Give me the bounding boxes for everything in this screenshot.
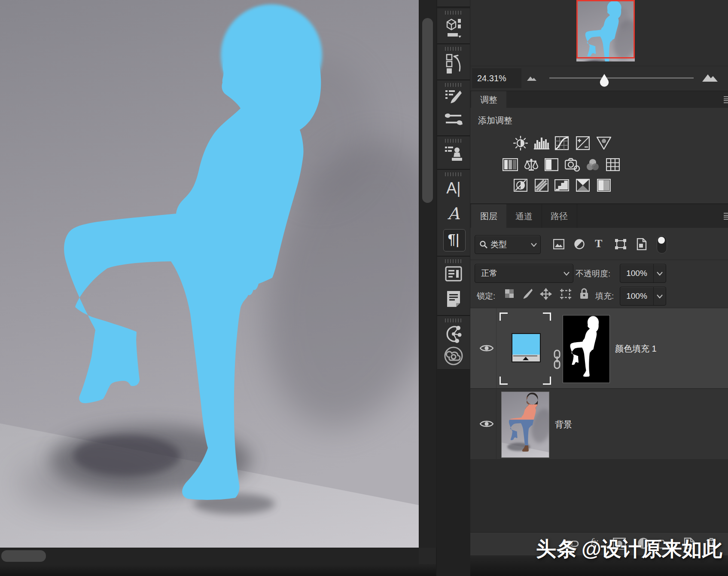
black-white-icon[interactable]: [545, 158, 558, 171]
blend-mode-dropdown[interactable]: 正常: [475, 264, 573, 283]
levels-icon[interactable]: [534, 137, 549, 150]
filter-kind-label: 类型: [490, 239, 507, 250]
brush-settings-icon[interactable]: [445, 89, 463, 106]
tab-layers-label: 图层: [480, 211, 497, 222]
panel-group-brushes: [437, 80, 470, 136]
canvas-image-color-fill-preview: [0, 0, 419, 548]
navigator-thumbnail[interactable]: [576, 0, 635, 61]
creative-cloud-icon[interactable]: [444, 346, 463, 366]
mask-link-icon[interactable]: [553, 349, 561, 369]
tab-paths-label: 路径: [551, 211, 568, 222]
color-fill-thumbnail[interactable]: [512, 333, 541, 355]
tab-adjustments-label: 调整: [480, 94, 497, 106]
filter-shape-icon[interactable]: [615, 239, 626, 249]
layer-mask-thumbnail[interactable]: [563, 315, 610, 383]
opacity-value-box[interactable]: 100%: [620, 264, 666, 283]
filter-adjustment-icon[interactable]: [574, 239, 585, 249]
vibrance-icon[interactable]: [597, 137, 611, 150]
zoom-in-mountain-icon[interactable]: [702, 73, 718, 82]
canvas-vertical-scrollbar-thumb[interactable]: [422, 18, 433, 203]
layers-list-empty-area: [470, 459, 728, 532]
tab-paths[interactable]: 路径: [542, 204, 577, 228]
curves-icon[interactable]: [554, 136, 569, 150]
hue-saturation-icon[interactable]: [503, 158, 518, 171]
filter-smart-object-icon[interactable]: [637, 238, 647, 250]
scrollbar-corner: [419, 548, 436, 564]
panel-grip: [445, 139, 462, 143]
brightness-contrast-icon[interactable]: [513, 136, 528, 150]
canvas-horizontal-scrollbar-thumb[interactable]: [1, 550, 46, 562]
opacity-label: 不透明度:: [576, 268, 610, 279]
paragraph-panel-icon[interactable]: ¶|: [448, 231, 459, 248]
panel-group-history[interactable]: [437, 44, 470, 80]
libraries-icon[interactable]: [444, 325, 463, 343]
paragraph-styles-icon[interactable]: [445, 290, 462, 308]
brushes-icon[interactable]: [444, 111, 463, 128]
panel-group-libraries: [437, 316, 470, 370]
layer-row-color-fill[interactable]: 颜色填充 1: [470, 308, 728, 388]
filter-toggle-switch[interactable]: [657, 236, 667, 254]
character-panel-icon[interactable]: A|: [446, 179, 460, 197]
panel-grip: [445, 47, 462, 51]
posterize-icon[interactable]: [535, 179, 548, 192]
lock-pixels-icon[interactable]: [521, 288, 533, 300]
zoom-out-mountain-icon[interactable]: [527, 76, 536, 81]
panel-menu-icon[interactable]: [724, 96, 728, 103]
visibility-eye-icon[interactable]: [480, 343, 493, 353]
glyphs-panel-icon[interactable]: A: [448, 204, 459, 223]
3d-materials-icon[interactable]: [445, 17, 462, 39]
clone-source-icon[interactable]: [444, 145, 463, 164]
layer-filter-kind-dropdown[interactable]: 类型: [475, 235, 541, 254]
background-layer-thumbnail[interactable]: [501, 392, 549, 458]
visibility-eye-icon[interactable]: [480, 419, 493, 429]
chevron-down-icon: [564, 272, 570, 276]
panel-group-3d[interactable]: [437, 8, 470, 44]
filter-type-icon[interactable]: T: [595, 237, 602, 250]
adjustments-tabbar: 调整: [470, 91, 728, 109]
layer-name[interactable]: 颜色填充 1: [615, 343, 657, 355]
fill-value-box[interactable]: 100%: [620, 287, 666, 306]
color-balance-icon[interactable]: [524, 158, 539, 172]
panel-group-styles: [437, 256, 470, 316]
panel-group-clone-source[interactable]: [437, 136, 470, 169]
panel-grip: [445, 172, 462, 176]
fill-thumbnail-selection[interactable]: [500, 313, 551, 385]
photo-filter-icon[interactable]: [565, 158, 580, 172]
threshold-icon[interactable]: [554, 179, 569, 191]
navigator-zoom-field[interactable]: 24.31%: [472, 68, 521, 88]
canvas-horizontal-scrollbar[interactable]: [0, 548, 419, 564]
exposure-icon[interactable]: [576, 136, 590, 150]
collapsed-panels-strip: A| A ¶|: [437, 0, 470, 576]
layer-row-background[interactable]: 背景: [470, 389, 728, 459]
add-adjustment-label: 添加调整: [478, 115, 512, 126]
lock-artboard-icon[interactable]: [560, 288, 572, 300]
gradient-map-icon[interactable]: [576, 179, 590, 192]
character-styles-icon[interactable]: [445, 266, 462, 282]
lock-position-icon[interactable]: [540, 288, 552, 300]
chevron-down-icon[interactable]: [657, 294, 663, 298]
tab-layers[interactable]: 图层: [471, 204, 506, 228]
chevron-down-icon[interactable]: [657, 272, 663, 276]
opacity-value[interactable]: 100%: [620, 269, 653, 278]
navigator-zoom-value[interactable]: 24.31%: [477, 74, 506, 83]
channel-mixer-icon[interactable]: [585, 158, 600, 172]
watermark: 头条@设计原来如此: [536, 536, 728, 570]
navigator-zoom-slider-thumb[interactable]: [599, 74, 609, 87]
lock-all-icon[interactable]: [579, 288, 589, 300]
tab-adjustments[interactable]: 调整: [471, 91, 506, 108]
navigator-zoom-slider-track[interactable]: [549, 77, 694, 79]
layer-name[interactable]: 背景: [555, 419, 572, 430]
layers-tabbar: 图层 通道 路径: [470, 204, 728, 229]
invert-icon[interactable]: [514, 179, 527, 192]
filter-image-icon[interactable]: [553, 239, 564, 249]
selective-color-icon[interactable]: [597, 179, 611, 192]
document-canvas[interactable]: [0, 0, 419, 548]
navigator-proxy-view-box[interactable]: [576, 0, 635, 58]
tab-channels[interactable]: 通道: [506, 204, 542, 228]
panel-menu-icon[interactable]: [724, 213, 728, 220]
panel-grip: [445, 83, 462, 87]
lock-transparency-icon[interactable]: [505, 289, 514, 298]
color-lookup-icon[interactable]: [606, 158, 620, 171]
fill-value[interactable]: 100%: [620, 291, 653, 301]
history-icon[interactable]: [445, 54, 462, 74]
